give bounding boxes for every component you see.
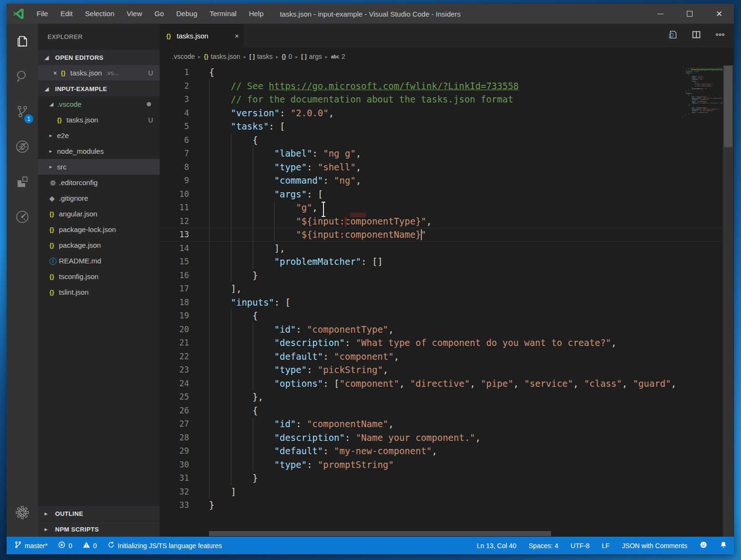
minimap[interactable]: {// See https://go.microsoft.com/fwlink/… bbox=[683, 66, 722, 120]
code-line-10[interactable]: 10"args": [ bbox=[160, 187, 734, 201]
code-line-5[interactable]: 5"tasks": [ bbox=[160, 120, 734, 133]
tree-item-tsconfig-json[interactable]: {}tsconfig.json bbox=[38, 269, 160, 284]
status-spaces-4[interactable]: Spaces: 4 bbox=[529, 542, 558, 550]
open-preview-icon[interactable] bbox=[667, 29, 678, 42]
explorer-icon[interactable] bbox=[7, 24, 38, 59]
code-line-23[interactable]: 23"type": "pickString", bbox=[160, 363, 734, 377]
tree-item-package-json[interactable]: {}package.json bbox=[38, 237, 160, 253]
menu-selection[interactable]: Selection bbox=[79, 4, 121, 24]
menu-help[interactable]: Help bbox=[243, 4, 270, 24]
tree-item-src[interactable]: ▸src bbox=[38, 159, 160, 175]
code-line-11[interactable]: 11"g", bbox=[160, 201, 734, 215]
code-line-31[interactable]: 31} bbox=[160, 471, 734, 485]
breadcrumb-item-2[interactable]: abc2 bbox=[331, 53, 345, 60]
tab-close-icon[interactable]: × bbox=[235, 32, 239, 40]
code-line-9[interactable]: 9"command": "ng", bbox=[160, 174, 734, 187]
tree-item-e2e[interactable]: ▸e2e bbox=[38, 128, 160, 143]
code-line-29[interactable]: 29"default": "my-new-component", bbox=[160, 444, 734, 458]
status-smiley[interactable] bbox=[700, 541, 707, 550]
code-line-19[interactable]: 19{ bbox=[160, 309, 734, 323]
source-control-icon[interactable]: 1 bbox=[7, 94, 38, 129]
status-json-with-comments[interactable]: JSON with Comments bbox=[622, 542, 687, 550]
code-line-4[interactable]: 4"version": "2.0.0", bbox=[160, 106, 734, 120]
code-line-1[interactable]: 1{ bbox=[160, 65, 734, 79]
maximize-button[interactable] bbox=[675, 4, 704, 24]
status-0[interactable]: 0 bbox=[83, 541, 97, 550]
tree-item-readme-md[interactable]: iREADME.md bbox=[38, 253, 160, 269]
code-line-8[interactable]: 8"type": "shell", bbox=[160, 160, 734, 174]
tree-item--gitignore[interactable]: ◆.gitignore bbox=[38, 190, 160, 206]
status-lf[interactable]: LF bbox=[602, 542, 609, 550]
code-line-33[interactable]: 33} bbox=[160, 498, 734, 512]
chevron-right-icon: ▸ bbox=[45, 526, 52, 532]
menu-debug[interactable]: Debug bbox=[170, 4, 203, 24]
code-line-17[interactable]: 17], bbox=[160, 282, 734, 296]
breadcrumb-item-tasks-json[interactable]: {}tasks.json bbox=[204, 53, 240, 60]
menu-go[interactable]: Go bbox=[148, 4, 170, 24]
search-icon[interactable] bbox=[7, 59, 38, 94]
line-number: 17 bbox=[160, 282, 209, 296]
gauge-icon[interactable] bbox=[7, 199, 38, 234]
minimize-button[interactable] bbox=[646, 4, 675, 24]
folder-section-header[interactable]: ◢ INPUT-EXAMPLE bbox=[38, 81, 160, 96]
code-line-2[interactable]: 2// See https://go.microsoft.com/fwlink/… bbox=[160, 79, 734, 93]
debug-icon[interactable] bbox=[7, 129, 38, 164]
code-line-30[interactable]: 30"type": "promptString" bbox=[160, 458, 734, 472]
code-line-12[interactable]: 12"${input:componentType}", bbox=[160, 215, 734, 228]
open-editors-header[interactable]: ◢ OPEN EDITORS bbox=[38, 49, 160, 65]
tree-item-tslint-json[interactable]: {}tslint.json bbox=[38, 284, 160, 300]
breadcrumb-item-0[interactable]: {}0 bbox=[282, 53, 292, 60]
vertical-scrollbar-thumb[interactable] bbox=[724, 65, 732, 147]
breadcrumb-item--vscode[interactable]: .vscode bbox=[172, 53, 195, 60]
status-0[interactable]: 0 bbox=[58, 541, 72, 550]
horizontal-scrollbar-thumb[interactable] bbox=[209, 531, 551, 536]
code-line-7[interactable]: 7"label": "ng g", bbox=[160, 147, 734, 160]
code-line-22[interactable]: 22"default": "component", bbox=[160, 350, 734, 364]
tab-tasks-json[interactable]: {} tasks.json × bbox=[160, 24, 244, 47]
horizontal-scrollbar[interactable] bbox=[160, 530, 722, 537]
code-line-6[interactable]: 6{ bbox=[160, 133, 734, 147]
settings-gear-icon[interactable] bbox=[7, 495, 38, 530]
split-editor-icon[interactable] bbox=[691, 29, 702, 42]
code-line-15[interactable]: 15"problemMatcher": [] bbox=[160, 255, 734, 269]
menu-edit[interactable]: Edit bbox=[54, 4, 79, 24]
menu-file[interactable]: File bbox=[30, 4, 54, 24]
vertical-scrollbar[interactable] bbox=[723, 65, 733, 537]
breadcrumb-item-tasks[interactable]: [ ]tasks bbox=[249, 53, 273, 60]
code-line-3[interactable]: 3// for the documentation about the task… bbox=[160, 93, 734, 106]
section-header-outline[interactable]: ▸OUTLINE bbox=[38, 505, 160, 521]
status-master[interactable]: master* bbox=[14, 541, 48, 550]
code-line-25[interactable]: 25}, bbox=[160, 390, 734, 404]
code-line-14[interactable]: 14], bbox=[160, 242, 734, 255]
section-header-npm-scripts[interactable]: ▸NPM SCRIPTS bbox=[38, 521, 160, 537]
code-line-18[interactable]: 18"inputs": [ bbox=[160, 296, 734, 309]
tree-item-angular-json[interactable]: {}angular.json bbox=[38, 206, 160, 222]
menu-view[interactable]: View bbox=[121, 4, 148, 24]
tree-item--editorconfig[interactable]: .editorconfig bbox=[38, 175, 160, 190]
tree-item--vscode[interactable]: ◢.vscode bbox=[38, 96, 160, 112]
code-line-27[interactable]: 27"id": "componentName", bbox=[160, 417, 734, 431]
status-ln-13-col-40[interactable]: Ln 13, Col 40 bbox=[477, 542, 516, 550]
menu-terminal[interactable]: Terminal bbox=[203, 4, 243, 24]
more-actions-icon[interactable] bbox=[715, 29, 725, 42]
code-line-24[interactable]: 24"options": ["component", "directive", … bbox=[160, 377, 734, 391]
code-line-28[interactable]: 28"description": "Name your component.", bbox=[160, 431, 734, 445]
code-line-32[interactable]: 32] bbox=[160, 485, 734, 499]
extensions-icon[interactable] bbox=[7, 164, 38, 199]
open-editor-item[interactable]: ×{}tasks.json.vs...U bbox=[38, 65, 160, 81]
tree-item-tasks-json[interactable]: {}tasks.jsonU bbox=[38, 112, 160, 128]
code-line-21[interactable]: 21"description": "What type of component… bbox=[160, 336, 734, 350]
code-line-13[interactable]: 13"${input:componentName}" bbox=[160, 228, 734, 242]
breadcrumb-item-args[interactable]: [ ]args bbox=[301, 53, 322, 60]
tree-item-package-lock-json[interactable]: {}package-lock.json bbox=[38, 222, 160, 237]
code-line-20[interactable]: 20"id": "componentType", bbox=[160, 323, 734, 336]
status-utf-8[interactable]: UTF-8 bbox=[570, 542, 589, 550]
status-bell[interactable] bbox=[720, 541, 727, 550]
tree-item-node-modules[interactable]: ▸node_modules bbox=[38, 143, 160, 159]
code-line-16[interactable]: 16} bbox=[160, 269, 734, 282]
code-editor[interactable]: 1{2// See https://go.microsoft.com/fwlin… bbox=[160, 65, 734, 537]
status-initializing-js-ts-language-features[interactable]: Initializing JS/TS language features bbox=[107, 541, 222, 550]
json-file-icon: {} bbox=[49, 273, 59, 280]
close-button[interactable]: ✕ bbox=[704, 4, 734, 24]
code-line-26[interactable]: 26{ bbox=[160, 404, 734, 418]
